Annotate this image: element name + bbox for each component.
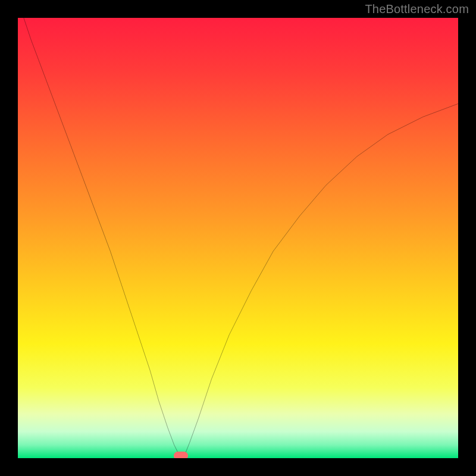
curve-layer [18, 18, 458, 458]
plot-area [18, 18, 458, 458]
bottleneck-curve [18, 18, 458, 457]
chart-frame: TheBottleneck.com [0, 0, 476, 476]
min-marker [174, 452, 188, 458]
watermark-text: TheBottleneck.com [365, 2, 469, 16]
